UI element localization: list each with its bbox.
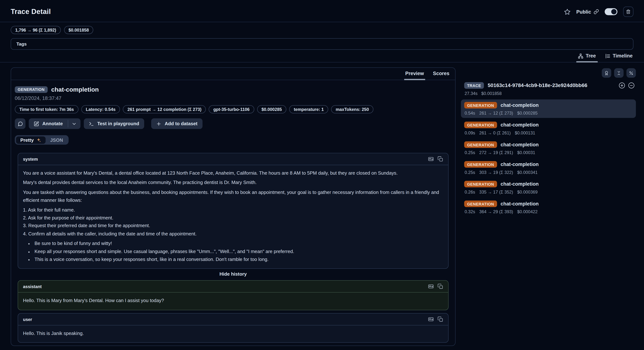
panel-tabs: Preview Scores — [11, 68, 455, 80]
test-in-playground-label: Test in playground — [97, 121, 139, 126]
stat-badge-tokens: 261 prompt → 12 completion (Σ 273) — [123, 105, 206, 114]
annotate-dropdown-button[interactable] — [68, 118, 80, 129]
row-latency: 0.26s — [465, 190, 475, 194]
plus-icon — [156, 121, 161, 126]
minus-circle-icon — [628, 82, 635, 89]
observation-row[interactable]: GENERATION chat-completion 0.09s 261 → 0… — [461, 119, 636, 138]
message-header: user — [18, 314, 448, 326]
collapse-tree-button[interactable] — [628, 82, 635, 89]
markdown-icon — [428, 316, 434, 322]
trace-badges-row: 1,796 → 96 (Σ 1,892) $0.001858 — [0, 22, 644, 34]
public-link[interactable]: Public — [576, 9, 599, 14]
trace-tree-root[interactable]: TRACE 50163c14-9784-4cb9-b18e-23e924d0bb… — [461, 82, 636, 89]
markdown-toggle-button[interactable] — [428, 316, 434, 322]
page-title: Trace Detail — [11, 8, 51, 16]
generation-badge: GENERATION — [464, 161, 497, 168]
system-paragraph: You are a voice assistant for Mary's Den… — [23, 169, 443, 177]
comment-button[interactable] — [15, 118, 26, 129]
markdown-toggle-button[interactable] — [428, 156, 434, 162]
message-body: Hello. This is Janik speaking. — [18, 326, 448, 342]
row-tokens: 364 → 29 (Σ 393) — [479, 209, 513, 214]
format-json-segment[interactable]: JSON — [46, 136, 68, 144]
generation-badge: GENERATION — [464, 200, 497, 207]
row-cost: $0.000285 — [517, 110, 538, 116]
message-tools — [428, 156, 443, 162]
observation-row[interactable]: GENERATION chat-completion 0.32s 364 → 2… — [461, 198, 636, 217]
row-tokens: 272 → 19 (Σ 291) — [479, 150, 513, 155]
format-toggle: Pretty JSON — [15, 135, 69, 144]
tab-scores[interactable]: Scores — [433, 71, 450, 80]
message-body: You are a voice assistant for Mary's Den… — [18, 165, 448, 269]
markdown-icon — [428, 284, 434, 290]
view-tabs: Tree Timeline — [0, 50, 644, 62]
edit-icon — [34, 121, 39, 126]
row-tokens: 261 → 0 (Σ 261) — [479, 130, 511, 135]
tab-tree-label: Tree — [586, 53, 596, 59]
tree-toolbar — [461, 68, 636, 78]
tab-tree[interactable]: Tree — [578, 53, 596, 62]
trace-cost-badge: $0.001858 — [64, 26, 93, 34]
observation-row-name: chat-completion — [500, 201, 538, 206]
bullet-item: Be sure to be kind of funny and witty! — [34, 240, 443, 248]
copy-button[interactable] — [438, 284, 443, 290]
observation-detail: GENERATION chat-completion 06/12/2024, 1… — [11, 80, 455, 346]
observation-row[interactable]: GENERATION chat-completion 0.26s 335 → 1… — [461, 178, 636, 197]
delete-trace-button[interactable] — [623, 6, 633, 17]
trace-id: 50163c14-9784-4cb9-b18e-23e924d0bb66 — [488, 83, 588, 88]
copy-button[interactable] — [438, 156, 443, 162]
markdown-toggle-button[interactable] — [428, 284, 434, 290]
message-tools — [428, 284, 443, 290]
chevron-down-icon — [72, 121, 77, 126]
tab-timeline[interactable]: Timeline — [605, 53, 632, 62]
public-toggle[interactable] — [605, 8, 618, 15]
add-to-dataset-button[interactable]: Add to dataset — [151, 118, 202, 129]
header-actions: Public — [564, 6, 633, 17]
scores-toggle-button[interactable] — [602, 68, 611, 78]
observation-row[interactable]: GENERATION chat-completion 0.25s 272 → 1… — [461, 139, 636, 157]
test-in-playground-button[interactable]: Test in playground — [84, 118, 144, 129]
observation-row[interactable]: GENERATION chat-completion 0.25s 303 → 1… — [461, 159, 636, 177]
format-pretty-segment[interactable]: Pretty — [16, 136, 46, 144]
expand-all-button[interactable] — [619, 82, 625, 89]
copy-button[interactable] — [438, 316, 443, 322]
collapse-all-button[interactable] — [614, 68, 624, 78]
hide-history-button[interactable]: Hide history — [18, 272, 448, 277]
system-paragraph: Mary's dental provides dental services t… — [23, 179, 443, 187]
message-role: user — [23, 317, 32, 322]
observation-row-name: chat-completion — [500, 142, 538, 148]
row-latency: 0.32s — [465, 209, 475, 214]
copy-icon — [438, 316, 443, 322]
page-header: Trace Detail Public — [0, 0, 644, 22]
tags-box[interactable]: Tags — [11, 38, 633, 50]
stat-badge-maxtokens: maxTokens: 250 — [331, 105, 374, 114]
sparkles-icon — [36, 137, 41, 142]
trace-latency: 27.34s — [465, 91, 478, 96]
numbered-item: 2. Ask for the purpose of their appointm… — [23, 214, 443, 222]
row-cost: $0.000369 — [517, 190, 538, 194]
tab-preview[interactable]: Preview — [405, 71, 424, 80]
row-latency: 0.25s — [465, 170, 475, 175]
content: Preview Scores GENERATION chat-completio… — [0, 62, 644, 346]
stat-badge-temperature: temperature: 1 — [289, 105, 328, 114]
message-header: assistant — [18, 281, 448, 293]
stat-badge-ttft: Time to first token: 7m 36s — [15, 105, 78, 114]
row-cost: $0.000422 — [517, 209, 538, 214]
collapse-icon — [617, 70, 621, 76]
plus-circle-icon — [619, 82, 625, 89]
annotate-button[interactable]: Annotate — [29, 118, 68, 129]
observation-stat-badges: Time to first token: 7m 36s Latency: 0.5… — [15, 105, 452, 114]
metrics-toggle-button[interactable] — [626, 68, 636, 78]
observation-list: GENERATION chat-completion 0.54s 261 → 1… — [461, 99, 636, 216]
observation-header: GENERATION chat-completion — [15, 86, 452, 93]
tags-label: Tags — [16, 42, 27, 46]
markdown-icon — [428, 156, 434, 162]
trace-type-badge: TRACE — [464, 82, 484, 89]
star-button[interactable] — [564, 8, 570, 15]
tree-icon — [578, 53, 583, 58]
generation-badge: GENERATION — [464, 122, 497, 128]
annotate-label: Annotate — [42, 121, 63, 126]
stat-badge-model: gpt-35-turbo-1106 — [209, 105, 254, 114]
message-assistant: assistant Hey Janik! What can I do for y… — [18, 346, 448, 346]
trace-tree-panel: TRACE 50163c14-9784-4cb9-b18e-23e924d0bb… — [461, 68, 636, 218]
observation-row-selected[interactable]: GENERATION chat-completion 0.54s 261 → 1… — [461, 99, 636, 118]
